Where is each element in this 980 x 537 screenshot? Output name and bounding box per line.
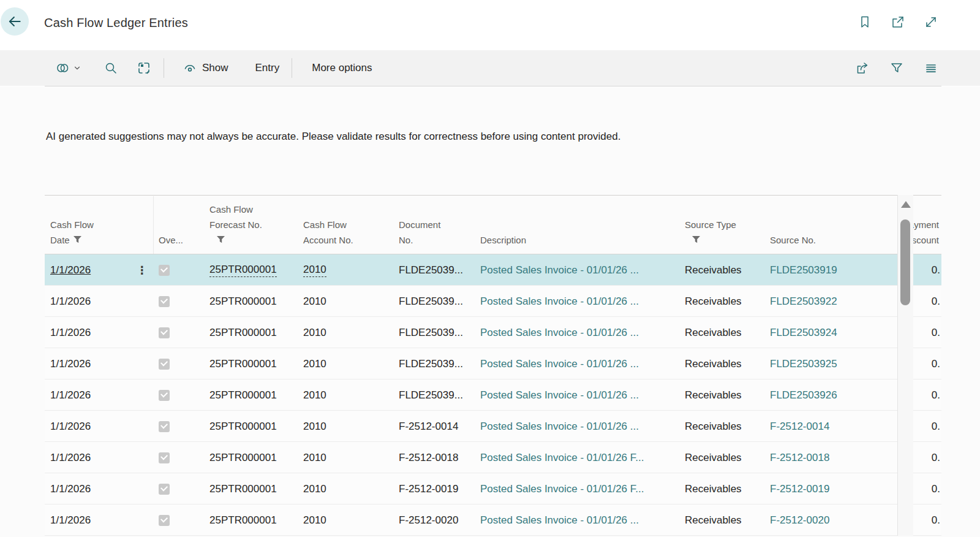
cell-source_type: Receivables [685,348,766,379]
cell-date: 1/1/2026 [50,505,136,536]
cell-source_no-value[interactable]: FLDE2503924 [770,327,837,339]
cell-description[interactable]: Posted Sales Invoice - 01/01/26 ... [480,379,681,411]
cell-source_no[interactable]: F-2512-0020 [770,505,883,536]
cell-source_no-value[interactable]: FLDE2503919 [770,264,837,276]
column-header-description[interactable]: Description [480,232,526,248]
cell-source_no[interactable]: F-2512-0014 [770,411,883,442]
page-content: AI generated suggestions may not always … [0,86,980,537]
cell-description-value[interactable]: Posted Sales Invoice - 01/01/26 F... [480,483,644,495]
vertical-scrollbar[interactable] [897,195,913,536]
column-header-label: Source No. [770,235,816,245]
table-row[interactable]: 1/1/202625PTR0000012010F-2512-0018Posted… [45,442,941,473]
column-header-overdue[interactable]: Ove... [159,232,183,248]
table-row[interactable]: 1/1/202625PTR0000012010FLDE25039...Poste… [45,348,941,379]
cell-description-value[interactable]: Posted Sales Invoice - 01/01/26 ... [480,327,639,339]
cell-forecast_no-value: 25PTR000001 [209,389,277,402]
scroll-up-arrow-icon[interactable] [901,201,911,208]
cell-document_no-value: F-2512-0014 [399,421,458,433]
cell-source_type: Receivables [685,254,766,286]
cell-description-value[interactable]: Posted Sales Invoice - 01/01/26 ... [480,514,639,527]
cell-source_no-value[interactable]: F-2512-0020 [770,514,829,527]
table-row[interactable]: 1/1/202625PTR0000012010F-2512-0014Posted… [45,411,941,442]
action-bar-right [855,50,938,86]
cell-source_no-value[interactable]: F-2512-0018 [770,452,829,464]
cell-document_no-value: FLDE25039... [399,295,463,308]
cell-source_no[interactable]: FLDE2503924 [770,317,883,348]
column-header-label: Cash Flow Account No. [303,219,353,245]
search-icon[interactable] [104,61,118,75]
cell-account_no-value[interactable]: 2010 [303,263,326,277]
cell-source_no-value[interactable]: F-2512-0014 [770,421,829,433]
cell-source_no[interactable]: F-2512-0019 [770,473,883,505]
overdue-checkbox-checked [159,327,170,338]
column-header-label: Description [480,235,526,245]
cell-description[interactable]: Posted Sales Invoice - 01/01/26 ... [480,348,681,379]
views-icon[interactable] [55,61,70,75]
bookmark-icon[interactable] [858,15,872,29]
cell-description[interactable]: Posted Sales Invoice - 01/01/26 ... [480,505,681,536]
cell-source_no[interactable]: FLDE2503919 [770,254,883,286]
cell-date-value[interactable]: 1/1/2026 [50,264,91,276]
cell-description[interactable]: Posted Sales Invoice - 01/01/26 F... [480,473,681,505]
cell-source_no[interactable]: FLDE2503926 [770,379,883,411]
cell-description[interactable]: Posted Sales Invoice - 01/01/26 ... [480,286,681,317]
cell-description-value[interactable]: Posted Sales Invoice - 01/01/26 ... [480,264,639,276]
cell-date[interactable]: 1/1/2026 [50,254,136,286]
open-in-new-window-icon[interactable] [891,15,905,29]
column-header-date[interactable]: Cash Flow Date [50,217,94,248]
cell-account_no-value: 2010 [303,483,326,495]
cell-source_no[interactable]: FLDE2503922 [770,286,883,317]
cell-source_no[interactable]: F-2512-0018 [770,442,883,473]
analyze-icon[interactable] [137,61,151,75]
table-row[interactable]: 1/1/202625PTR0000012010FLDE25039...Poste… [45,379,941,411]
cell-source_no-value[interactable]: F-2512-0019 [770,483,829,495]
cell-description-value[interactable]: Posted Sales Invoice - 01/01/26 ... [480,358,639,370]
cell-forecast_no: 25PTR000001 [209,379,300,411]
cell-description[interactable]: Posted Sales Invoice - 01/01/26 F... [480,442,681,473]
column-header-source_type[interactable]: Source Type [685,217,736,248]
cell-source_no-value[interactable]: FLDE2503922 [770,295,837,308]
cell-description[interactable]: Posted Sales Invoice - 01/01/26 ... [480,317,681,348]
table-row[interactable]: 1/1/202625PTR0000012010FLDE25039...Poste… [45,286,941,317]
row-context-menu-icon[interactable]: ⋮ [137,254,148,286]
cell-overdue [159,379,202,411]
cell-source_no-value[interactable]: FLDE2503926 [770,389,837,402]
more-options-menu[interactable]: More options [312,62,372,74]
cell-source_no-value[interactable]: FLDE2503925 [770,358,837,370]
cell-date-value: 1/1/2026 [50,295,91,308]
show-menu[interactable]: Show [183,61,228,75]
cell-account_no-value: 2010 [303,452,326,464]
cell-document_no-value: F-2512-0020 [399,514,458,527]
cell-description[interactable]: Posted Sales Invoice - 01/01/26 ... [480,254,681,286]
table-row[interactable]: 1/1/202625PTR0000012010FLDE25039...Poste… [45,254,941,286]
expand-icon[interactable] [924,15,938,29]
column-header-source_no[interactable]: Source No. [770,232,816,248]
column-header-document_no[interactable]: Document No. [399,217,440,248]
cell-payment_discount-value: 0. [932,514,940,527]
cell-description-value[interactable]: Posted Sales Invoice - 01/01/26 ... [480,295,639,308]
cell-source_type-value: Receivables [685,452,742,464]
cell-forecast_no-value[interactable]: 25PTR000001 [209,263,277,277]
action-bar: Show Entry More options [0,50,980,86]
chevron-down-icon[interactable] [73,64,81,72]
scrollbar-thumb[interactable] [900,219,910,305]
cell-source_no[interactable]: FLDE2503925 [770,348,883,379]
column-header-account_no[interactable]: Cash Flow Account No. [303,217,353,248]
cell-description[interactable]: Posted Sales Invoice - 01/01/26 ... [480,411,681,442]
cell-description-value[interactable]: Posted Sales Invoice - 01/01/26 ... [480,421,639,433]
filter-icon[interactable] [889,61,904,75]
cell-account_no[interactable]: 2010 [303,254,394,286]
share-icon[interactable] [855,61,870,75]
cell-description-value[interactable]: Posted Sales Invoice - 01/01/26 ... [480,389,639,402]
table-row[interactable]: 1/1/202625PTR0000012010F-2512-0019Posted… [45,473,941,505]
back-button[interactable] [1,7,29,36]
frozen-column-divider [153,196,154,254]
column-header-forecast_no[interactable]: Cash Flow Forecast No. [209,202,262,248]
cell-forecast_no[interactable]: 25PTR000001 [209,254,300,286]
table-row[interactable]: 1/1/202625PTR0000012010FLDE25039...Poste… [45,317,941,348]
list-details-icon[interactable] [924,61,938,75]
cell-description-value[interactable]: Posted Sales Invoice - 01/01/26 F... [480,452,644,464]
show-menu-label: Show [202,62,228,74]
entry-menu[interactable]: Entry [255,62,280,74]
table-row[interactable]: 1/1/202625PTR0000012010F-2512-0020Posted… [45,505,941,536]
